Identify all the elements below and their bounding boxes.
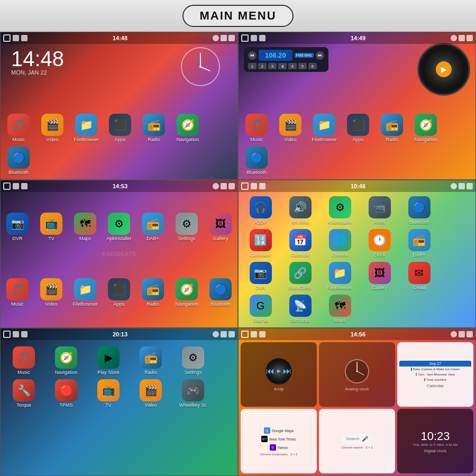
navigation-icon: 🧭 [177,114,199,136]
bookmarks-widget[interactable]: G Google Maps NYT New York Times Y Yahoo… [241,409,317,473]
app-filebrowser-label: FileBrowser [74,137,99,142]
s4-app-a2dp[interactable]: 🎧 A2DP [241,194,280,227]
preset-3[interactable]: 3 [268,63,277,69]
s3-app-apps[interactable]: ⬛ Apps [102,276,136,309]
search-bar[interactable]: Search 🎤 [342,434,372,444]
s4-app-dvr[interactable]: 📷 DVR [241,260,280,292]
bookmarks-footer: Chrome bookmarks 2 × 2 [260,453,298,456]
preset-1[interactable]: 1 [248,63,257,69]
app-apps[interactable]: ⬛ Apps [103,112,137,144]
s6-home-icon[interactable] [241,331,249,338]
s4-app-calculator[interactable]: 🔢 Calculator [241,227,280,260]
app-radio[interactable]: 📻 Radio [137,112,171,144]
preset-pause[interactable]: ⏸ [278,63,287,69]
s4-app-easyconn[interactable]: 🔗 EasyConn. [280,260,320,292]
s4-app-gallery[interactable]: 🖼 Gallery [360,260,399,292]
signal-icon [21,35,28,41]
s2-app-bluetooth[interactable]: 🔵 Bluetooth [240,144,273,177]
s4-app-amplifier[interactable]: 🔊 Amplifier [280,194,320,227]
s2-home-icon[interactable] [241,34,249,42]
s4-app-avin[interactable]: 📹 AVIN [360,194,399,227]
s3-app-video[interactable]: 🎬 Video [34,276,68,309]
s4-app-calendar[interactable]: 📅 Calendar [280,227,320,260]
s5-app-tpms[interactable]: 🔴 TPMS [45,377,87,410]
a2dp-widget-title: A2dp [274,387,284,391]
app-bluetooth[interactable]: 🔵 Bluetooth [2,144,35,177]
s3-app-settings[interactable]: ⚙ Settings [170,210,204,243]
s4-back-icon[interactable] [466,183,473,189]
app-filebrowser[interactable]: 📁 FileBrowser [69,112,103,144]
home-icon[interactable] [3,34,11,42]
s4-app-clock[interactable]: 🕐 Clock [360,227,399,260]
s5-app-tv[interactable]: 📺 TV [87,377,130,410]
analog-clock-widget[interactable]: Analog clock [319,342,395,407]
nyt-bookmark-icon: NYT [261,436,268,442]
s2-app-video[interactable]: 🎬 Video [273,112,307,144]
s5-app-wheelkey[interactable]: 🎮 Wheelkey St. [172,377,214,410]
preset-4[interactable]: 4 [288,63,297,69]
s5-app-music[interactable]: 🎵 Music [3,344,45,377]
s3-app-apkinstaller[interactable]: ⚙ ApkInstaller [102,210,136,243]
s5-back-icon[interactable] [228,331,235,337]
s5-app-radio[interactable]: 📻 Radio [130,344,172,377]
s3-app-navigation[interactable]: 🧭 Navigation [170,276,204,309]
s4-volume-icon [451,183,457,189]
s3-app-maps[interactable]: 🗺 Maps [68,210,102,243]
s5-video-label: Video [145,402,157,408]
app-navigation[interactable]: 🧭 Navigation [171,112,205,144]
s3-app-filebrowser[interactable]: 📁 FileBrowser [68,276,102,309]
search-widget[interactable]: Search 🎤 Chrome search 3 × 1 [319,409,395,473]
app-music[interactable]: 🎵 Music [2,112,35,144]
s4-app-dab[interactable]: 📻 DAB+ [399,227,439,260]
screen4-app-grid: 🎧 A2DP 🔊 Amplifier ⚙ ApkInstaller 📹 AVIN… [239,192,475,327]
s4-app-gmail[interactable]: ✉ Gmail [399,260,439,292]
s4-app-chrome[interactable]: 🌐 Chrome [320,227,360,260]
s3-radio-label: Radio [147,301,159,307]
s3-app-radio[interactable]: 📻 Radio [136,276,170,309]
s4-app-bluetooth[interactable]: 🔵 Bluetooth [399,194,439,227]
s5-app-settings[interactable]: ⚙ Settings [172,344,214,377]
digital-clock-widget[interactable]: 10:23 TUE, MAR 22 ® WED, 8:30 AM Digital… [397,409,473,473]
s6-back-icon[interactable] [466,331,473,337]
radio-next-btn[interactable]: ⏭ [316,51,324,60]
s3-app-dab[interactable]: 📻 DAB+ [136,210,170,243]
s2-back-icon[interactable] [466,35,473,41]
s3-app-music[interactable]: 🎵 Music [1,276,34,309]
s5-app-video[interactable]: 🎬 Video [130,377,172,410]
s3-back-icon[interactable] [228,183,235,189]
s4-app-apkinstaller[interactable]: ⚙ ApkInstaller [320,194,360,227]
s5-app-playstore[interactable]: ▶ Play Store [87,344,130,377]
back-icon[interactable] [228,35,235,41]
preset-5[interactable]: 5 [298,63,307,69]
s4-app-gpsinfo[interactable]: 📡 GPS Info [280,292,320,325]
s3-app-tv[interactable]: 📺 TV [34,210,68,243]
s2-video-icon: 🎬 [279,114,301,136]
s3-home-icon[interactable] [3,182,11,190]
s3-app-gallery[interactable]: 🖼 Gallery [204,210,237,243]
s2-app-filebrowser[interactable]: 📁 FileBrowser [307,112,341,144]
s2-app-radio[interactable]: 📻 Radio [375,112,409,144]
s2-app-navigation[interactable]: 🧭 Navigation [409,112,443,144]
preset-6[interactable]: 6 [308,63,317,69]
s4-home-icon[interactable] [241,182,249,190]
s3-app-dvr[interactable]: 📷 DVR [1,210,34,243]
s4-app-maps[interactable]: 🗺 Maps [320,292,360,325]
a2dp-widget[interactable]: ⏮ ▶ ⏭ A2dp [241,342,317,407]
app-video[interactable]: 🎬 Video [35,112,69,144]
radio-prev-btn[interactable]: ⏮ [248,51,257,60]
s4-app-filebrowser[interactable]: 📁 FileBrowser [320,260,360,292]
s5-app-torque[interactable]: 🔧 Torque [3,377,45,410]
s2-app-apps[interactable]: ⬛ Apps [341,112,375,144]
video-icon: 🎬 [41,114,63,136]
main-menu-title: MAIN MENU [182,5,293,27]
s5-app-navigation[interactable]: 🧭 Navigation [45,344,87,377]
s5-home-icon[interactable] [3,331,11,338]
search-mic-icon: 🎤 [362,436,368,442]
s2-app-music[interactable]: 🎵 Music [240,112,273,144]
calendar-widget[interactable]: Sep 27 Bake Cookies & Make Ice Cream 7pm… [397,342,473,407]
vinyl-play-btn[interactable]: ▶ [436,61,452,77]
s4-app-google[interactable]: G Google [241,292,280,325]
s2-apps-icon: ⬛ [347,114,369,136]
s3-app-bluetooth[interactable]: 🔵 Bluetooth [204,276,237,309]
preset-2[interactable]: 2 [258,63,267,69]
